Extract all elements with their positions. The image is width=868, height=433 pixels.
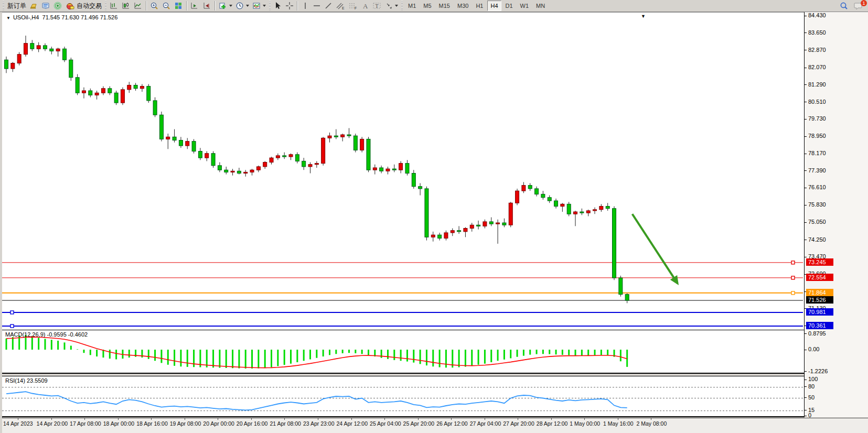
macd-chart[interactable]	[2, 330, 803, 373]
timeframe-button-H4[interactable]: H4	[487, 1, 501, 11]
time-tick-mark	[118, 418, 119, 420]
axis-tick-label: 81.290	[805, 81, 826, 88]
text-icon[interactable]: A	[359, 1, 371, 11]
timeframe-button-D1[interactable]: D1	[502, 1, 516, 11]
indicators-button[interactable]	[251, 1, 267, 11]
price-tag-70.981: 70.981	[806, 308, 833, 316]
axis-tick-label: 83.650	[805, 29, 826, 36]
axis-tick-label: 80.510	[805, 99, 826, 105]
time-tick-mark	[518, 418, 518, 420]
arrows-icon[interactable]	[383, 1, 400, 11]
time-axis-label: 14 Apr 2023	[3, 420, 33, 427]
macd-panel[interactable]: MACD(12,26,9) -0.9595 -0.4602	[2, 330, 804, 374]
trendline-icon[interactable]	[323, 1, 334, 11]
candlestick-chart[interactable]	[2, 13, 803, 330]
tick-mark	[805, 371, 807, 372]
time-axis-label: 14 Apr 20:00	[37, 420, 68, 427]
cursor-icon[interactable]	[272, 1, 284, 11]
price-tag-73.245: 73.245	[806, 258, 833, 266]
tick-mark	[805, 205, 807, 205]
tick-mark	[805, 170, 807, 171]
time-axis[interactable]: 14 Apr 202314 Apr 20:0017 Apr 08:0018 Ap…	[2, 418, 868, 433]
autotrade-button[interactable]: 自动交易	[64, 1, 103, 11]
timeframe-group: M1M5M15M30H1H4D1W1MN	[404, 1, 549, 11]
period-clock-button[interactable]	[234, 1, 251, 11]
tick-mark	[805, 397, 807, 398]
tick-mark	[805, 240, 807, 240]
price-tag-71.526: 71.526	[806, 296, 833, 304]
drop-marker-icon: ▼	[641, 14, 646, 19]
vertical-line-icon[interactable]	[299, 1, 311, 11]
axis-tick-label: 74.250	[805, 236, 826, 243]
axis-tick-label: 84.430	[805, 12, 826, 18]
fibonacci-icon[interactable]: F	[347, 1, 359, 11]
time-axis-label: 18 Apr 16:00	[136, 420, 168, 427]
line-chart-icon[interactable]	[132, 1, 144, 11]
toolbar-drag-handle[interactable]	[401, 1, 403, 10]
timeframe-button-MN[interactable]: MN	[533, 1, 548, 11]
time-axis-label: 18 Apr 00:00	[103, 420, 135, 427]
terminal-icon[interactable]	[40, 1, 52, 11]
tick-mark	[805, 350, 807, 350]
candlestick-icon[interactable]	[120, 1, 132, 11]
price-tag-72.554: 72.554	[806, 274, 833, 281]
time-tick-mark	[351, 418, 352, 420]
timeframe-button-M30[interactable]: M30	[454, 1, 471, 11]
horizontal-line-icon[interactable]	[311, 1, 323, 11]
timeframe-button-M15[interactable]: M15	[436, 1, 453, 11]
price-axis[interactable]: 84.43083.65082.87082.07081.29080.51079.7…	[804, 12, 868, 417]
chevron-down-icon[interactable]	[246, 5, 249, 7]
timeframe-button-M5[interactable]: M5	[420, 1, 434, 11]
time-axis-label: 28 Apr 12:00	[537, 420, 568, 427]
toolbar-drag-handle[interactable]	[104, 1, 107, 10]
chevron-down-icon[interactable]	[263, 5, 266, 7]
toolbar-drag-handle[interactable]	[269, 1, 271, 10]
rsi-panel[interactable]: RSI(14) 23.5509	[2, 376, 804, 417]
axis-tick-label: 76.610	[805, 184, 826, 190]
chat-icon[interactable]: 1	[852, 1, 865, 11]
time-axis-label: 24 Apr 12:00	[337, 420, 368, 427]
chart-symbol-period: USOil-,H4	[13, 14, 39, 20]
timeframe-button-H1[interactable]: H1	[473, 1, 486, 11]
rsi-label: RSI(14) 23.5509	[5, 377, 48, 384]
text-label-icon[interactable]: T	[371, 1, 383, 11]
zoom-out-icon[interactable]	[160, 1, 173, 11]
crosshair-icon[interactable]	[284, 1, 295, 11]
axis-tick-label: 78.170	[805, 150, 826, 156]
gold-ingot-icon[interactable]	[28, 1, 40, 11]
time-axis-label: 17 Apr 08:00	[70, 420, 101, 427]
autotrade-label: 自动交易	[77, 2, 102, 10]
toolbar-separator	[297, 1, 298, 10]
new-chart-button[interactable]	[217, 1, 234, 11]
search-icon[interactable]	[838, 1, 850, 11]
tick-mark	[805, 410, 807, 410]
timeframe-button-M1[interactable]: M1	[405, 1, 419, 11]
price-chart-panel[interactable]: ▼USOil-,H4 71.545 71.630 71.496 71.526 ▼	[2, 12, 804, 330]
chevron-down-icon[interactable]	[229, 5, 232, 7]
time-axis-label: 23 Apr 23:00	[303, 420, 335, 427]
time-tick-mark	[185, 418, 185, 420]
timeframe-button-W1[interactable]: W1	[517, 1, 532, 11]
rsi-chart[interactable]	[2, 376, 803, 416]
time-axis-label: 20 Apr 16:00	[237, 420, 268, 427]
chevron-down-icon[interactable]: ▼	[6, 16, 10, 20]
profile-next-icon[interactable]	[189, 1, 201, 11]
new-order-button[interactable]: 新订单	[6, 1, 28, 11]
signal-icon[interactable]	[52, 1, 64, 11]
chevron-down-icon[interactable]	[395, 5, 398, 7]
time-tick-mark	[618, 418, 618, 420]
channel-icon[interactable]: E	[334, 1, 347, 11]
toolbar-drag-handle[interactable]	[2, 1, 5, 10]
time-axis-label: 26 Apr 12:00	[436, 420, 468, 427]
profile-prev-icon[interactable]	[201, 1, 213, 11]
tick-mark	[805, 416, 807, 416]
bar-chart-icon[interactable]	[108, 1, 120, 11]
chart-ohlc-values: 71.545 71.630 71.496 71.526	[42, 14, 118, 20]
zoom-in-icon[interactable]	[148, 1, 160, 11]
axis-tick-label: 0.00	[805, 346, 819, 352]
axis-tick-label: 77.390	[805, 167, 826, 174]
tile-windows-icon[interactable]	[173, 1, 185, 11]
axis-tick-label: 0.8795	[805, 330, 826, 337]
time-axis-label: 19 Apr 08:00	[170, 420, 201, 427]
toolbar-separator	[215, 1, 216, 10]
